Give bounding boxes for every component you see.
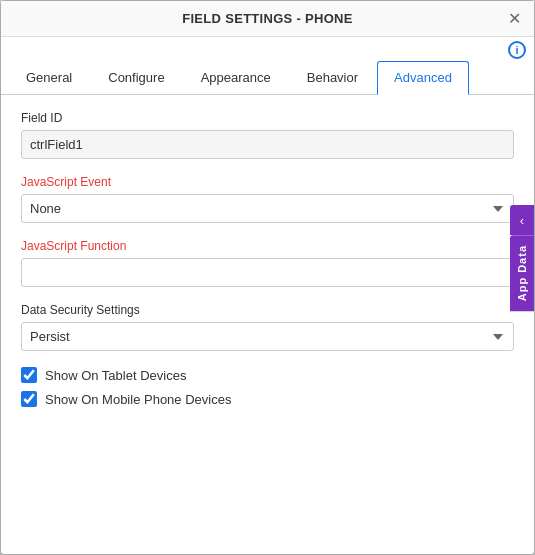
info-icon[interactable]: i: [508, 41, 526, 59]
app-data-panel[interactable]: ‹ App Data: [510, 205, 534, 311]
js-function-input[interactable]: [21, 258, 514, 287]
info-row: i: [1, 37, 534, 61]
tab-advanced[interactable]: Advanced: [377, 61, 469, 95]
app-data-chevron[interactable]: ‹: [510, 205, 534, 235]
js-event-label: JavaScript Event: [21, 175, 514, 189]
chevron-left-icon: ‹: [520, 213, 524, 228]
data-security-label: Data Security Settings: [21, 303, 514, 317]
checkboxes-group: Show On Tablet Devices Show On Mobile Ph…: [21, 367, 514, 407]
tab-general[interactable]: General: [9, 61, 89, 94]
tab-configure[interactable]: Configure: [91, 61, 181, 94]
js-event-group: JavaScript Event None: [21, 175, 514, 223]
show-tablet-row: Show On Tablet Devices: [21, 367, 514, 383]
title-bar: FIELD SETTINGS - PHONE ✕: [1, 1, 534, 37]
field-id-group: Field ID: [21, 111, 514, 159]
show-tablet-label: Show On Tablet Devices: [45, 368, 186, 383]
show-mobile-label: Show On Mobile Phone Devices: [45, 392, 231, 407]
dialog: FIELD SETTINGS - PHONE ✕ i General Confi…: [0, 0, 535, 555]
dialog-title: FIELD SETTINGS - PHONE: [182, 11, 353, 26]
show-mobile-checkbox[interactable]: [21, 391, 37, 407]
data-security-group: Data Security Settings Persist: [21, 303, 514, 351]
content-area: Field ID JavaScript Event None JavaScrip…: [1, 95, 534, 554]
js-function-label: JavaScript Function: [21, 239, 514, 253]
show-mobile-row: Show On Mobile Phone Devices: [21, 391, 514, 407]
close-button[interactable]: ✕: [504, 9, 524, 29]
tab-behavior[interactable]: Behavior: [290, 61, 375, 94]
app-data-label[interactable]: App Data: [510, 235, 534, 311]
close-icon: ✕: [508, 9, 521, 28]
js-event-select[interactable]: None: [21, 194, 514, 223]
tabs-container: General Configure Appearance Behavior Ad…: [1, 61, 534, 95]
data-security-select[interactable]: Persist: [21, 322, 514, 351]
tab-appearance[interactable]: Appearance: [184, 61, 288, 94]
field-id-input[interactable]: [21, 130, 514, 159]
field-id-label: Field ID: [21, 111, 514, 125]
js-function-group: JavaScript Function: [21, 239, 514, 287]
show-tablet-checkbox[interactable]: [21, 367, 37, 383]
